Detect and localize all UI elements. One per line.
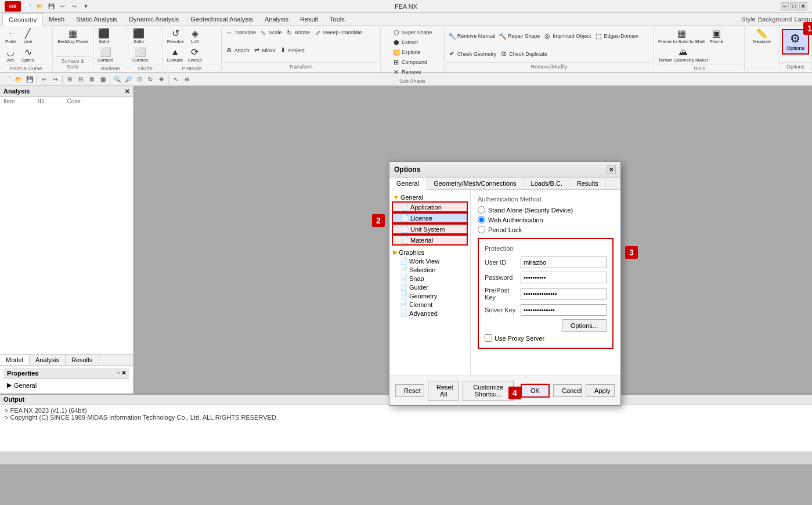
btn-super-shape[interactable]: ⬡Super Shape [391, 28, 434, 37]
tab-results[interactable]: Results [66, 355, 99, 365]
t2-view4[interactable]: ▦ [98, 74, 108, 85]
tree-node-license[interactable]: 📄 License [392, 212, 468, 223]
input-solver-key[interactable] [521, 304, 607, 316]
t2-undo[interactable]: ↩ [39, 74, 49, 85]
qa-redo[interactable]: ↪ [70, 2, 79, 11]
btn-extrude[interactable]: ▲Extrude [165, 46, 185, 64]
tab-geometry[interactable]: Geometry [2, 13, 43, 26]
qa-more[interactable]: ▼ [81, 2, 91, 11]
t2-rotate[interactable]: ↻ [145, 74, 156, 85]
btn-revolve[interactable]: ↺Revolve [165, 28, 186, 45]
btn-arc[interactable]: ◡Arc [2, 46, 19, 64]
btn-reset-all[interactable]: Reset All [428, 381, 459, 401]
tab-geotechnical[interactable]: Geotechnical Analysis [185, 13, 259, 25]
t2-zoom-in[interactable]: 🔍 [112, 74, 122, 85]
tree-node-work-view[interactable]: 📄 Work View [392, 257, 468, 265]
radio-standalone-input[interactable] [478, 206, 485, 214]
tree-node-unit-system[interactable]: 📄 Unit System [392, 223, 468, 235]
btn-loft[interactable]: ◈Loft [187, 28, 203, 45]
t2-fit[interactable]: ⊡ [134, 74, 145, 85]
panel-close-btn[interactable]: ✕ [125, 88, 129, 95]
qa-save[interactable]: 💾 [46, 2, 56, 11]
tab-analysis[interactable]: Analysis [259, 13, 294, 25]
tree-node-snap[interactable]: 📄 Snap [392, 274, 468, 283]
btn-line[interactable]: ╱Line [20, 28, 36, 45]
dialog-tab-geometry[interactable]: Geometry/Mesh/Connections [427, 178, 524, 189]
dialog-tab-loads[interactable]: Loads/B.C. [524, 178, 570, 189]
btn-translate[interactable]: ↔Translate [224, 28, 257, 37]
dialog-tab-results[interactable]: Results [570, 178, 606, 189]
btn-options-inner[interactable]: Options... [562, 319, 607, 332]
qa-new[interactable]: 📄 [23, 2, 33, 11]
props-close[interactable]: ✕ [121, 370, 126, 377]
tree-node-guider[interactable]: 📄 Guider [392, 283, 468, 291]
btn-solid[interactable]: ⬛Solid [96, 28, 112, 45]
tree-node-selection[interactable]: 📄 Selection [392, 265, 468, 274]
btn-remove[interactable]: ✕Remove [391, 67, 423, 77]
btn-check-duplicate[interactable]: ⧉Check Duplicate [499, 46, 548, 63]
btn-check-geometry[interactable]: ✔Check Geometry [447, 46, 498, 63]
dialog-close-btn[interactable]: ✕ [607, 165, 616, 174]
dialog-tab-general[interactable]: General [389, 178, 427, 190]
t2-open[interactable]: 📂 [13, 74, 24, 85]
btn-explode[interactable]: 💥Explode [391, 48, 422, 57]
t2-view3[interactable]: ⊠ [86, 74, 97, 85]
btn-spline[interactable]: ∿Spline [20, 46, 36, 64]
btn-options-highlighted[interactable]: ⚙ Options [782, 29, 809, 55]
t2-view1[interactable]: ⊞ [64, 74, 75, 85]
tab-dynamic-analysis[interactable]: Dynamic Analysis [123, 13, 185, 25]
t2-select[interactable]: ↖ [171, 74, 181, 85]
t2-save[interactable]: 💾 [24, 74, 35, 85]
radio-web-auth[interactable]: Web Authentication [478, 216, 613, 223]
input-userid[interactable] [521, 257, 607, 268]
minimize-btn[interactable]: ─ [781, 2, 789, 10]
t2-zoom-out[interactable]: 🔎 [123, 74, 133, 85]
btn-frame[interactable]: ▣Frame [708, 28, 725, 45]
t2-pan[interactable]: ✥ [156, 74, 167, 85]
btn-mirror[interactable]: ⇌Mirror [251, 46, 277, 55]
input-password[interactable] [521, 272, 607, 283]
props-collapse[interactable]: − [117, 370, 120, 377]
btn-cancel[interactable]: Cancel [553, 384, 582, 397]
tree-node-material[interactable]: 📄 Material [392, 235, 468, 246]
tab-result[interactable]: Result [294, 13, 324, 25]
tab-mesh[interactable]: Mesh [43, 13, 70, 25]
input-pre-post-key[interactable] [521, 288, 607, 300]
t2-redo[interactable]: ↪ [50, 74, 60, 85]
btn-terrain-geometry[interactable]: ⛰Terrain Geometry Maker [656, 46, 710, 64]
t2-view2[interactable]: ⊟ [75, 74, 86, 85]
btn-apply[interactable]: Apply [586, 384, 615, 397]
radio-standalone[interactable]: Stand Alone (Security Device) [478, 206, 613, 214]
btn-reset[interactable]: Reset [395, 384, 424, 397]
tab-tools[interactable]: Tools [324, 13, 351, 25]
tree-node-advanced[interactable]: 📄 Advanced [392, 309, 468, 318]
radio-web-auth-input[interactable] [478, 216, 485, 223]
t2-snap[interactable]: ⊕ [182, 74, 192, 85]
btn-divide-surface[interactable]: ⬜Surface [131, 46, 150, 64]
btn-imprinted-object[interactable]: ◎Imprinted Object [542, 28, 592, 45]
maximize-btn[interactable]: □ [790, 2, 798, 10]
btn-customize-shortcut[interactable]: Customize Shortcu... [463, 381, 514, 401]
btn-edges-domain[interactable]: ⬚Edges-Domain [593, 28, 640, 45]
btn-measure[interactable]: 📏Measure [751, 28, 773, 45]
props-general-item[interactable]: ▶ General [7, 381, 126, 389]
radio-period-lock-input[interactable] [478, 226, 485, 233]
btn-divide-solid[interactable]: ⬛Solid [131, 28, 147, 45]
btn-repair-shape[interactable]: 🔨Repair Shape [497, 28, 541, 45]
tree-node-element[interactable]: 📄 Element [392, 300, 468, 309]
qa-undo[interactable]: ↩ [58, 2, 67, 11]
btn-ok[interactable]: OK [521, 384, 550, 398]
btn-scale[interactable]: ⤡Scale [258, 28, 283, 37]
tree-node-general[interactable]: ▼ General [392, 193, 468, 201]
btn-frame-to-solid[interactable]: ▦Frame to Solid to Shell [656, 28, 707, 45]
btn-point[interactable]: ·Point [2, 28, 19, 45]
tree-node-graphics[interactable]: ▶ Graphics [392, 248, 468, 257]
btn-bedding-plane[interactable]: ▦Bedding Plane [56, 28, 89, 45]
radio-period-lock[interactable]: Period Lock [478, 226, 613, 233]
btn-extract[interactable]: ⬢Extract [391, 38, 419, 47]
btn-sweep[interactable]: ⟳Sweep [186, 46, 203, 64]
tab-static-analysis[interactable]: Static Analysis [70, 13, 123, 25]
btn-sweep-translate[interactable]: ⤢Sweep-Translate [312, 28, 363, 37]
btn-compound[interactable]: ⊞Compound [391, 57, 428, 67]
proxy-checkbox[interactable] [485, 334, 492, 342]
